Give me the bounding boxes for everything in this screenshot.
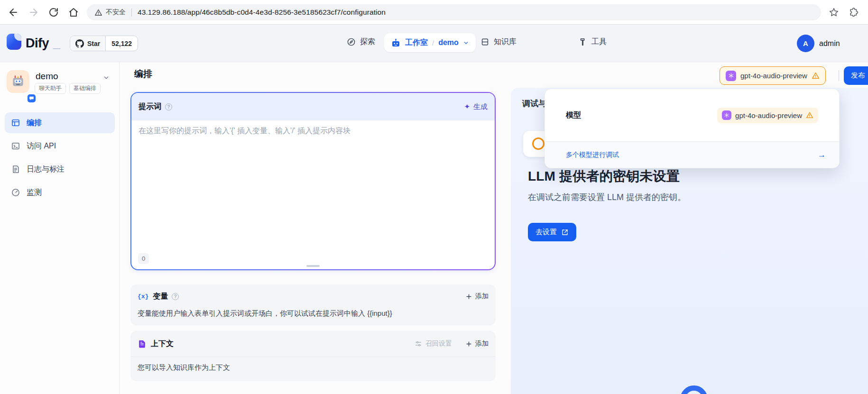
- github-star-label: Star: [87, 40, 100, 47]
- browser-home-button[interactable]: [68, 7, 79, 18]
- nav-knowledge-label: 知识库: [494, 37, 517, 47]
- plus-icon: [465, 293, 472, 300]
- sidebar-item-api-access[interactable]: 访问 API: [5, 136, 115, 156]
- app-sidebar: demo 聊天助手 基础编排 编排 访问 API 日志与标注 监测: [0, 62, 120, 394]
- model-selector-button[interactable]: gpt-4o-audio-preview: [720, 66, 826, 85]
- openai-icon: [722, 110, 731, 120]
- prompt-editor[interactable]: 在这里写你的提示词，输入'{' 插入变量、输入'/' 插入提示内容块: [131, 120, 495, 247]
- gauge-icon: [11, 188, 20, 197]
- popup-model-chip[interactable]: gpt-4o-audio-preview: [717, 108, 818, 123]
- app-name[interactable]: demo: [36, 71, 58, 82]
- url-text: 43.129.86.188/app/46c8b5db-c0d4-4e3d-825…: [138, 8, 386, 17]
- variables-help-icon[interactable]: ?: [172, 293, 179, 300]
- plus-icon: [465, 340, 472, 348]
- browser-forward-button[interactable]: [28, 7, 39, 18]
- account-name: admin: [819, 39, 840, 48]
- security-badge[interactable]: 不安全: [94, 8, 126, 17]
- nav-studio-active[interactable]: 工作室 / demo: [384, 33, 476, 52]
- main-content: 编排 调试与预览 提示词 ? ✦ 生成 在这里写你的提示词，输入'{' 插入变量…: [120, 62, 868, 394]
- toolbar-divider: [839, 70, 839, 81]
- context-document-icon: [138, 339, 147, 348]
- warning-circle-icon: [532, 137, 545, 150]
- app-avatar[interactable]: [7, 70, 29, 93]
- popup-footer: 多个模型进行调试 →: [545, 141, 839, 168]
- nav-tools-label: 工具: [591, 37, 607, 47]
- dify-logo-mark-icon: [7, 34, 21, 50]
- add-variable-label: 添加: [475, 292, 489, 301]
- prompt-panel-header: 提示词 ? ✦ 生成: [131, 93, 495, 120]
- selected-model-name: gpt-4o-audio-preview: [740, 72, 807, 80]
- llm-key-missing-description: 在调试之前需要设置 LLM 提供者的密钥。: [528, 192, 686, 203]
- security-label: 不安全: [106, 8, 126, 17]
- resize-handle[interactable]: [306, 265, 320, 267]
- sliders-icon: [415, 340, 422, 348]
- go-to-settings-button[interactable]: 去设置: [528, 223, 576, 241]
- dify-logo[interactable]: Dify _: [7, 34, 59, 50]
- context-description: 您可以导入知识库作为上下文: [130, 357, 496, 372]
- prompt-title: 提示词: [139, 102, 161, 112]
- nav-tools[interactable]: 工具: [578, 37, 607, 47]
- account-menu[interactable]: A admin: [797, 35, 840, 52]
- nav-knowledge[interactable]: 知识库: [480, 37, 517, 47]
- sidebar-item-label: 访问 API: [27, 141, 56, 151]
- sidebar-item-monitoring[interactable]: 监测: [5, 182, 115, 203]
- nav-separator: /: [432, 39, 434, 47]
- nav-explore[interactable]: 探索: [347, 37, 375, 47]
- hammer-icon: [578, 37, 587, 46]
- variable-braces-icon: {x}: [138, 293, 148, 300]
- app-switcher-chevron-icon[interactable]: [103, 74, 110, 81]
- publish-label: 发布: [851, 71, 865, 80]
- github-star-badge[interactable]: Star 52,122: [70, 36, 138, 51]
- page-title: 编排: [134, 68, 152, 80]
- char-count-badge: 0: [138, 253, 149, 264]
- github-icon: [75, 39, 84, 48]
- go-to-settings-label: 去设置: [536, 228, 557, 237]
- logs-icon: [11, 165, 20, 174]
- variables-panel: {x} 变量 ? 添加 变量能使用户输入表单引入提示词或开场白，你可以试试在提示…: [130, 284, 496, 325]
- nav-app-name: demo: [438, 38, 459, 47]
- robot-emoji-icon: [10, 74, 26, 89]
- orchestrate-icon: [11, 118, 20, 128]
- address-bar[interactable]: 不安全 43.129.86.188/app/46c8b5db-c0d4-4e3d…: [87, 4, 821, 20]
- warning-triangle-icon: [812, 72, 820, 80]
- dify-logo-text: Dify: [26, 37, 49, 50]
- sidebar-item-label: 监测: [27, 188, 42, 198]
- sidebar-item-label: 日志与标注: [27, 165, 65, 174]
- multi-model-debug-link[interactable]: 多个模型进行调试: [566, 151, 619, 159]
- prompt-help-icon[interactable]: ?: [165, 103, 172, 110]
- terminal-icon: [11, 141, 20, 151]
- robot-icon: [391, 38, 401, 48]
- chat-app-badge-icon: [27, 93, 37, 103]
- warning-triangle-icon: [806, 111, 813, 119]
- variables-title: 变量: [153, 292, 168, 302]
- sidebar-item-logs[interactable]: 日志与标注: [5, 159, 115, 180]
- bookmark-star-icon[interactable]: [829, 7, 840, 18]
- arrow-right-icon[interactable]: →: [818, 150, 826, 160]
- generate-label: 生成: [473, 102, 488, 111]
- browser-refresh-button[interactable]: [48, 7, 59, 18]
- compass-icon: [347, 37, 356, 46]
- sidebar-menu: 编排 访问 API 日志与标注 监测: [5, 112, 115, 205]
- nav-explore-label: 探索: [360, 37, 375, 47]
- popup-model-name: gpt-4o-audio-preview: [735, 111, 802, 119]
- sidebar-item-orchestrate[interactable]: 编排: [5, 112, 115, 133]
- sparkle-icon: ✦: [464, 102, 470, 111]
- variables-description: 变量能使用户输入表单引入提示词或开场白，你可以试试在提示词中输入 {{input…: [130, 308, 496, 318]
- user-avatar[interactable]: A: [797, 35, 814, 52]
- generate-button[interactable]: ✦ 生成: [464, 102, 488, 111]
- recall-settings-button[interactable]: 召回设置: [415, 339, 452, 348]
- url-divider: [131, 9, 132, 17]
- chevron-down-icon[interactable]: [463, 40, 469, 46]
- app-tag-orchestration: 基础编排: [69, 83, 101, 94]
- llm-key-missing-title: LLM 提供者的密钥未设置: [528, 167, 680, 185]
- extensions-puzzle-icon[interactable]: [849, 7, 860, 18]
- add-variable-button[interactable]: 添加: [465, 292, 489, 301]
- add-context-button[interactable]: 添加: [465, 339, 489, 348]
- prompt-panel: 提示词 ? ✦ 生成 在这里写你的提示词，输入'{' 插入变量、输入'/' 插入…: [130, 92, 496, 270]
- sidebar-item-label: 编排: [27, 118, 42, 128]
- app-header: Dify _ Star 52,122 探索 工作室 / demo 知识库: [0, 25, 868, 62]
- openai-icon: [726, 71, 736, 81]
- browser-back-button[interactable]: [8, 7, 19, 18]
- publish-button[interactable]: 发布: [844, 66, 868, 85]
- recall-settings-label: 召回设置: [425, 339, 452, 348]
